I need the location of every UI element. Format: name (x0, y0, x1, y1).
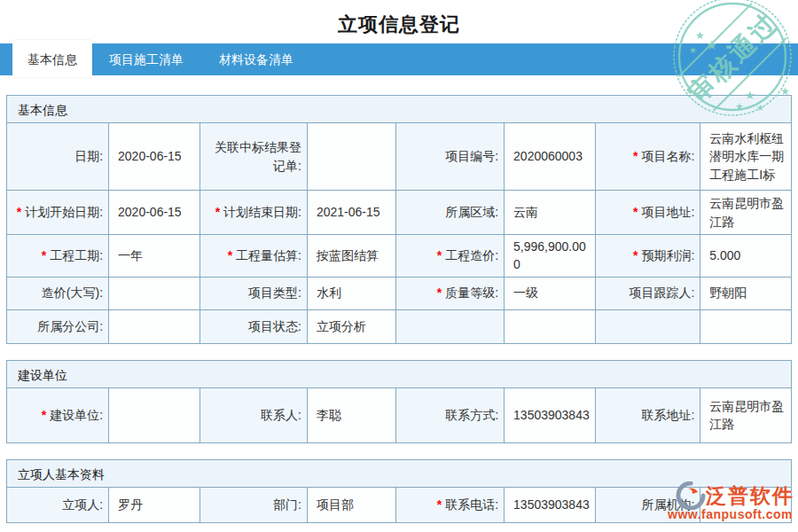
field-label: * 质量等级: (395, 277, 504, 309)
field-label: 日期: (7, 123, 109, 191)
field-label: 项目类型: (200, 277, 307, 309)
table-row: 立项人:罗丹部门:项目部* 联系电话:13503903843所属机构: (7, 487, 792, 522)
field-value (505, 309, 596, 343)
field-value: 云南 (505, 191, 596, 235)
table-row: * 工程工期:一年* 工程量估算:按蓝图结算* 工程造价:5,996,900.0… (7, 235, 792, 278)
field-value (109, 309, 200, 343)
required-asterisk: * (633, 248, 641, 262)
field-value (307, 123, 395, 191)
field-label: 联系人: (200, 387, 307, 442)
field-label (395, 309, 504, 343)
field-label: * 项目名称: (595, 123, 700, 191)
required-asterisk: * (17, 205, 25, 219)
field-value: 2020-06-15 (109, 123, 200, 191)
section-basic-info: 基本信息 日期:2020-06-15关联中标结果登记单:项目编号:2020060… (6, 95, 792, 344)
field-label: * 计划开始日期: (7, 191, 109, 235)
field-label: * 预期利润: (595, 235, 700, 278)
construction-unit-table: * 建设单位:联系人:李聪联系方式:13503903843联系地址:云南昆明市盈… (6, 387, 792, 443)
field-value: 2020060003 (505, 123, 596, 191)
field-value: 水利 (307, 277, 395, 309)
section-title: 建设单位 (6, 360, 792, 388)
field-label: * 工程造价: (395, 235, 504, 278)
field-value: 5,996,900.000 (505, 235, 596, 278)
field-label: 联系地址: (595, 387, 700, 442)
field-value: 野朝阳 (700, 277, 792, 309)
section-initiator-info: 立项人基本资料 立项人:罗丹部门:项目部* 联系电话:13503903843所属… (6, 459, 792, 523)
field-label: 联系方式: (395, 387, 504, 442)
field-label: 所属区域: (395, 191, 504, 235)
field-value: 项目部 (307, 487, 395, 522)
table-row: * 建设单位:联系人:李聪联系方式:13503903843联系地址:云南昆明市盈… (7, 387, 792, 442)
field-label: * 工程工期: (7, 235, 109, 278)
required-asterisk: * (633, 205, 641, 219)
table-row: 造价(大写):项目类型:水利* 质量等级:一级项目跟踪人:野朝阳 (7, 277, 792, 309)
field-label: 所属机构: (595, 487, 700, 522)
tab-basic-info[interactable]: 基本信息 (12, 40, 92, 77)
field-label: * 工程量估算: (200, 235, 307, 278)
field-value: 5.000 (700, 235, 792, 278)
field-value: 李聪 (307, 387, 395, 442)
required-asterisk: * (437, 286, 445, 300)
tab-bar: 基本信息 项目施工清单 材料设备清单 (0, 43, 798, 75)
field-value: 13503903843 (505, 487, 596, 522)
field-value (109, 387, 200, 442)
field-value: 2021-06-15 (307, 191, 395, 235)
form-content: 基本信息 日期:2020-06-15关联中标结果登记单:项目编号:2020060… (6, 95, 792, 523)
field-value: 一年 (109, 235, 200, 278)
field-label: 立项人: (7, 487, 109, 522)
required-asterisk: * (633, 149, 641, 163)
tab-material-equipment-list[interactable]: 材料设备清单 (204, 43, 309, 75)
field-label: 项目状态: (200, 309, 307, 343)
section-title: 基本信息 (6, 95, 792, 123)
field-value: 云南水利枢纽潜明水库一期工程施工I标 (700, 123, 792, 191)
field-label: 所属分公司: (7, 309, 109, 343)
field-value (109, 277, 200, 309)
field-value: 云南昆明市盈江路 (700, 387, 792, 442)
required-asterisk: * (437, 497, 445, 512)
required-asterisk: * (42, 408, 50, 422)
field-label: 部门: (200, 487, 307, 522)
required-asterisk: * (215, 205, 223, 219)
section-title: 立项人基本资料 (6, 459, 792, 488)
field-label: * 建设单位: (7, 387, 109, 442)
tab-construction-list[interactable]: 项目施工清单 (94, 43, 199, 75)
field-value: 2020-06-15 (109, 191, 200, 235)
page-title: 立项信息登记 (0, 0, 798, 40)
field-label: * 计划结束日期: (200, 191, 307, 235)
field-label: * 联系电话: (395, 487, 504, 522)
field-value: 罗丹 (109, 487, 200, 522)
field-value: 按蓝图结算 (307, 235, 395, 278)
required-asterisk: * (228, 248, 236, 262)
required-asterisk: * (42, 248, 50, 262)
table-row: 日期:2020-06-15关联中标结果登记单:项目编号:2020060003* … (7, 123, 792, 191)
field-label: * 项目地址: (595, 191, 700, 235)
field-value: 云南昆明市盈江路 (700, 191, 792, 235)
field-value: 13503903843 (505, 387, 596, 442)
field-label: 关联中标结果登记单: (200, 123, 307, 191)
table-row: * 计划开始日期:2020-06-15* 计划结束日期:2021-06-15所属… (7, 191, 792, 235)
initiator-info-table: 立项人:罗丹部门:项目部* 联系电话:13503903843所属机构: (6, 487, 792, 523)
field-value (700, 309, 792, 343)
required-asterisk: * (437, 248, 445, 262)
section-construction-unit: 建设单位 * 建设单位:联系人:李聪联系方式:13503903843联系地址:云… (6, 360, 792, 443)
field-value: 一级 (505, 277, 596, 309)
field-label: 造价(大写): (7, 277, 109, 309)
basic-info-table: 日期:2020-06-15关联中标结果登记单:项目编号:2020060003* … (6, 122, 792, 344)
field-value: 立项分析 (307, 309, 395, 343)
field-label (595, 309, 700, 343)
field-label: 项目编号: (395, 123, 504, 191)
table-row: 所属分公司:项目状态:立项分析 (7, 309, 792, 343)
field-label: 项目跟踪人: (595, 277, 700, 309)
field-value (700, 487, 792, 522)
